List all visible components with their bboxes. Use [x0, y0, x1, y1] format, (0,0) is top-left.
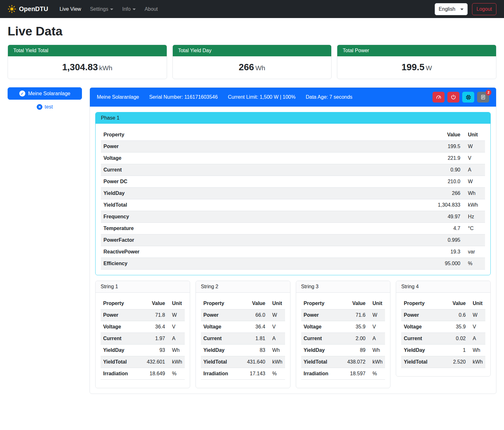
property-value: 35.9 [345, 321, 368, 333]
property-value: 71.8 [144, 309, 168, 321]
strings-row: String 1 Property Value Unit Power71.8WV… [95, 281, 491, 388]
sun-icon [8, 5, 16, 13]
table-row: YieldTotal432.601kWh [101, 356, 185, 368]
property-unit: V [368, 321, 385, 333]
column-header-value: Value [245, 298, 268, 309]
string-card-title: String 4 [396, 281, 490, 293]
property-unit: V [463, 153, 485, 164]
property-value: 71.6 [345, 309, 368, 321]
property-unit: kWh [268, 356, 285, 368]
table-row: Irradiation18.597% [301, 368, 385, 380]
nav-settings[interactable]: Settings [86, 4, 117, 15]
property-value: 93 [144, 345, 168, 356]
table-row: Current1.81A [201, 333, 285, 345]
property-unit: % [268, 368, 285, 380]
property-value: 36.4 [144, 321, 168, 333]
table-row: YieldTotal438.072kWh [301, 356, 385, 368]
limit-settings-button[interactable] [432, 92, 445, 103]
event-log-button[interactable]: 2 [477, 92, 489, 103]
card-value: 266 [239, 62, 254, 72]
property-value: 221.9 [422, 153, 463, 164]
property-label: Current [401, 333, 445, 345]
nav-info-label: Info [122, 6, 131, 12]
property-unit: Wh [368, 345, 385, 356]
property-label: Current [101, 164, 422, 176]
table-row: Frequency49.97Hz [101, 211, 485, 223]
property-label: YieldDay [301, 345, 345, 356]
brand-label: OpenDTU [19, 5, 48, 13]
property-unit: % [463, 258, 485, 270]
inverter-serial: Serial Number: 116171603546 [149, 94, 218, 100]
property-label: Voltage [301, 321, 345, 333]
column-header-property: Property [301, 298, 345, 309]
column-header-unit: Unit [463, 129, 485, 141]
property-label: Voltage [101, 321, 144, 333]
power-button[interactable] [447, 92, 459, 103]
nav-live-view[interactable]: Live View [56, 4, 85, 15]
property-label: Current [101, 333, 144, 345]
property-unit: kWh [468, 356, 485, 368]
table-header-row: Property Value Unit [401, 298, 485, 309]
language-select[interactable]: English [435, 3, 468, 15]
property-label: YieldTotal [401, 356, 445, 368]
table-row: Irradiation18.649% [101, 368, 185, 380]
column-header-property: Property [401, 298, 445, 309]
property-label: YieldDay [401, 345, 445, 356]
property-value: 19.3 [422, 246, 463, 258]
table-row: Power DC210.0W [101, 176, 485, 188]
property-label: Efficiency [101, 258, 422, 270]
table-row: Voltage221.9V [101, 153, 485, 164]
inverter-limit: Current Limit: 1,500 W | 100% [228, 94, 296, 100]
restart-device-button[interactable] [462, 92, 474, 103]
property-unit: A [463, 164, 485, 176]
table-header-row: Property Value Unit [101, 298, 185, 309]
card-title: Total Yield Day [173, 45, 332, 56]
property-value: 431.640 [245, 356, 268, 368]
journal-text-icon [480, 94, 486, 100]
property-value: 18.649 [144, 368, 168, 380]
property-unit: A [468, 333, 485, 345]
column-header-unit: Unit [168, 298, 185, 309]
table-row: YieldDay89Wh [301, 345, 385, 356]
string-card: String 3 Property Value Unit Power71.6WV… [296, 281, 391, 388]
close-circle-icon[interactable]: ✕ [37, 104, 42, 110]
phase-table: Property Value Unit Power199.5WVoltage22… [101, 129, 485, 270]
chevron-down-icon [460, 9, 464, 10]
table-row: Power66.0W [201, 309, 285, 321]
property-label: YieldDay [101, 345, 144, 356]
table-row: PowerFactor0.995 [101, 234, 485, 246]
property-label: Current [301, 333, 345, 345]
table-row: ReactivePower19.3var [101, 246, 485, 258]
nav-about[interactable]: About [141, 4, 162, 15]
property-label: YieldTotal [301, 356, 345, 368]
card-value: 1,304.83 [62, 62, 98, 72]
string-table: Property Value Unit Power66.0WVoltage36.… [201, 298, 285, 380]
property-label: YieldTotal [101, 356, 144, 368]
app-brand[interactable]: OpenDTU [8, 5, 48, 13]
inverter-select-button[interactable]: ✓ Meine Solaranlage [8, 87, 82, 100]
property-label: YieldTotal [201, 356, 245, 368]
table-row: Current1.97A [101, 333, 185, 345]
column-header-value: Value [445, 298, 468, 309]
power-icon [451, 94, 456, 100]
card-unit: W [426, 64, 432, 72]
property-label: Irradiation [301, 368, 345, 380]
test-inverter-link[interactable]: test [45, 104, 53, 110]
nav-settings-label: Settings [90, 6, 108, 12]
property-value: 36.4 [245, 321, 268, 333]
column-header-value: Value [422, 129, 463, 141]
property-value: 438.072 [345, 356, 368, 368]
phase-panel-title: Phase 1 [96, 112, 490, 124]
property-label: YieldTotal [101, 199, 422, 211]
table-row: Temperature4.7°C [101, 223, 485, 234]
chevron-down-icon [110, 9, 113, 10]
property-label: Power DC [101, 176, 422, 188]
table-row: YieldTotal2.520kWh [401, 356, 485, 368]
string-card: String 2 Property Value Unit Power66.0WV… [196, 281, 290, 388]
event-count-badge: 2 [486, 90, 491, 96]
property-label: YieldDay [201, 345, 245, 356]
table-row: Current0.02A [401, 333, 485, 345]
logout-button[interactable]: Logout [472, 3, 496, 15]
column-header-value: Value [144, 298, 168, 309]
nav-info[interactable]: Info [118, 4, 140, 15]
